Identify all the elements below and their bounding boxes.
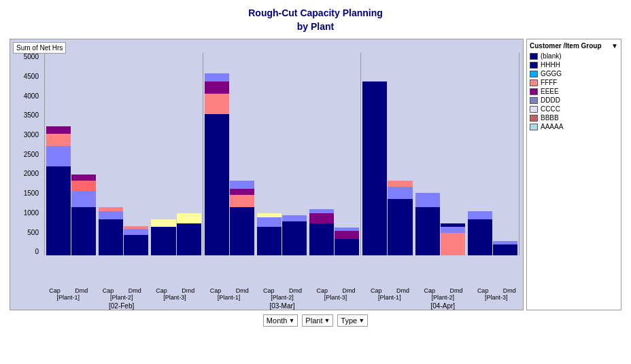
month-group-1 <box>203 53 361 255</box>
legend-item-8: AAAAA <box>530 123 618 130</box>
cap-bar-m0-p2 <box>151 219 175 256</box>
x-month-group-1: CapDmdCapDmdCapDmd[Plant-1][Plant-2][Pla… <box>201 255 362 310</box>
chart-area: Sum of Net Hrs 0 500 1000 1500 2000 2500… <box>10 39 621 310</box>
type-filter[interactable]: Type ▼ <box>337 314 368 327</box>
bar-pair-m0-p2 <box>150 53 202 255</box>
dmd-bar-m0-p1 <box>124 226 148 256</box>
legend-color-4 <box>530 88 538 95</box>
plant-filter-arrow: ▼ <box>324 317 330 324</box>
bar-pair-m1-p2 <box>308 53 360 255</box>
legend-item-3: FFFF <box>530 79 618 86</box>
bar-pair-m2-p2 <box>466 53 519 255</box>
month-group-2 <box>360 53 519 255</box>
legend-color-7 <box>530 115 538 122</box>
bar-pair-m1-p1 <box>256 53 308 255</box>
legend-dropdown-icon[interactable]: ▼ <box>611 42 618 50</box>
bar-pair-m0-p0 <box>45 53 97 255</box>
y-axis: 0 500 1000 1500 2000 2500 3000 3500 4000… <box>10 53 41 255</box>
legend-item-0: (blank) <box>530 52 618 60</box>
legend-item-4: EEEE <box>530 88 618 95</box>
cap-bar-m2-p1 <box>415 193 440 255</box>
cap-bar-m0-p0 <box>46 126 71 255</box>
legend-item-5: DDDD <box>530 96 618 104</box>
dmd-bar-m1-p0 <box>230 181 254 255</box>
legend-item-7: BBBB <box>530 114 618 122</box>
month-filter-arrow: ▼ <box>288 317 294 324</box>
cap-bar-m2-p0 <box>362 81 387 255</box>
type-filter-arrow: ▼ <box>358 317 364 324</box>
page: Rough-Cut Capacity Planning by Plant Sum… <box>0 0 631 364</box>
legend-color-8 <box>530 124 538 130</box>
bar-pair-m2-p1 <box>414 53 466 255</box>
cap-bar-m1-p2 <box>309 209 334 256</box>
x-labels: CapDmdCapDmdCapDmd[Plant-1][Plant-2][Pla… <box>41 255 523 310</box>
month-group-0 <box>44 53 203 255</box>
legend-item-2: GGGG <box>530 70 618 77</box>
legend-color-1 <box>530 62 538 69</box>
dmd-bar-m0-p0 <box>71 175 96 255</box>
chart-main: Sum of Net Hrs 0 500 1000 1500 2000 2500… <box>10 39 524 310</box>
legend-color-5 <box>530 97 538 104</box>
bar-pair-m2-p0 <box>361 53 413 255</box>
dmd-bar-m0-p2 <box>177 213 201 256</box>
chart-title: Rough-Cut Capacity Planning by Plant <box>248 7 383 33</box>
dmd-bar-m2-p1 <box>441 223 465 256</box>
month-filter[interactable]: Month ▼ <box>263 314 299 327</box>
cap-bar-m2-p2 <box>468 211 492 256</box>
y-axis-label: Sum of Net Hrs <box>13 42 66 54</box>
x-month-group-0: CapDmdCapDmdCapDmd[Plant-1][Plant-2][Pla… <box>41 255 201 310</box>
legend-item-1: HHHH <box>530 61 618 69</box>
legend-color-2 <box>530 71 538 77</box>
legend-items: (blank)HHHHGGGGFFFFEEEEDDDDCCCCBBBBAAAAA <box>530 52 618 130</box>
dmd-bar-m1-p1 <box>282 215 307 256</box>
legend-color-6 <box>530 106 538 113</box>
filter-bar: Month ▼ Plant ▼ Type ▼ <box>263 314 368 327</box>
legend: Customer /Item Group ▼ (blank)HHHHGGGGFF… <box>526 39 621 310</box>
x-month-group-2: CapDmdCapDmdCapDmd[Plant-1][Plant-2][Pla… <box>362 255 523 310</box>
legend-item-6: CCCC <box>530 105 618 113</box>
legend-title: Customer /Item Group ▼ <box>530 42 618 50</box>
cap-bar-m1-p0 <box>205 73 229 255</box>
bar-pair-m0-p1 <box>97 53 150 255</box>
dmd-bar-m2-p0 <box>388 181 412 255</box>
bar-pair-m1-p0 <box>203 53 256 255</box>
cap-bar-m1-p1 <box>257 213 282 256</box>
dmd-bar-m1-p2 <box>335 227 359 255</box>
dmd-bar-m2-p2 <box>493 241 517 255</box>
cap-bar-m0-p1 <box>99 207 123 256</box>
bars-area <box>41 53 523 255</box>
legend-color-0 <box>530 53 538 60</box>
plant-filter[interactable]: Plant ▼ <box>302 314 333 327</box>
legend-color-3 <box>530 79 538 86</box>
